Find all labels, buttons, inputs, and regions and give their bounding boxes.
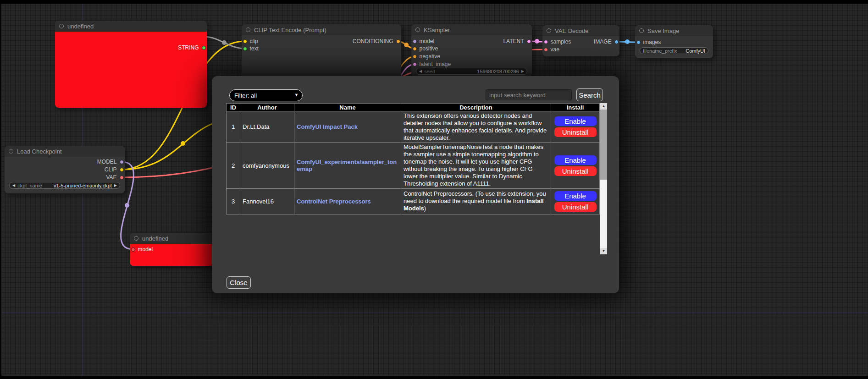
model-slot-dot[interactable] xyxy=(131,247,135,252)
input-slot-images[interactable]: images xyxy=(636,39,661,45)
node-clip-text-encode[interactable]: CLIP Text Encode (Prompt) clip text COND… xyxy=(242,24,401,79)
extension-link[interactable]: ComfyUI Impact Pack xyxy=(297,123,358,130)
input-slot-model[interactable]: model xyxy=(413,38,435,44)
cell-name: ComfyUI_experiments/sampler_tonemap xyxy=(294,143,401,188)
collapse-dot-icon[interactable] xyxy=(547,28,551,33)
model-slot-dot[interactable] xyxy=(413,39,417,44)
positive-slot-dot[interactable] xyxy=(413,47,417,51)
output-slot-model[interactable]: MODEL xyxy=(97,159,124,165)
filename-prefix-widget[interactable]: filename_prefix ComfyUI xyxy=(640,47,708,54)
node-vae-decode[interactable]: VAE Decode samples vae IMAGE xyxy=(542,25,619,56)
seed-widget[interactable]: ◀ seed 156680208700286 ▶ xyxy=(416,68,527,75)
output-slot-clip[interactable]: CLIP xyxy=(105,166,124,173)
input-slot-samples[interactable]: samples xyxy=(544,38,571,45)
samples-slot-dot[interactable] xyxy=(544,40,548,44)
extensions-table: ID Author Name Description Install 1 Dr.… xyxy=(226,103,600,214)
collapse-dot-icon[interactable] xyxy=(134,236,138,241)
seed-widget-label: seed xyxy=(424,69,435,74)
description-text: ControlNet Preprocessors. (To use this e… xyxy=(404,190,546,204)
node-body: images filename_prefix ComfyUI xyxy=(635,36,713,58)
node-titlebar[interactable]: undefined xyxy=(55,21,207,32)
node-title: Save Image xyxy=(647,27,679,34)
node-body: STRING xyxy=(55,32,207,108)
vae-slot-dot[interactable] xyxy=(120,176,124,180)
cell-id: 3 xyxy=(227,188,240,214)
node-undefined-bottom[interactable]: undefined model xyxy=(130,233,214,266)
node-body: samples vae IMAGE xyxy=(542,36,619,56)
node-titlebar[interactable]: KSampler xyxy=(411,24,532,35)
node-titlebar[interactable]: Save Image xyxy=(635,25,713,36)
node-ksampler[interactable]: KSampler model positive negative latent_… xyxy=(411,24,532,77)
image-slot-dot[interactable] xyxy=(614,40,619,44)
enable-button[interactable]: Enable xyxy=(554,155,597,165)
input-slot-clip[interactable]: clip xyxy=(243,38,258,44)
custom-nodes-manager-dialog: Filter: all ▼ Search ID Author Name Desc… xyxy=(212,76,619,293)
uninstall-button[interactable]: Uninstall xyxy=(554,127,597,137)
conditioning-slot-dot[interactable] xyxy=(396,39,400,44)
vae-slot-dot[interactable] xyxy=(544,48,548,52)
ckpt-increment-icon[interactable]: ▶ xyxy=(114,184,117,187)
table-scrollbar[interactable]: ▲ ▼ xyxy=(600,103,607,254)
cell-author: Fannovel16 xyxy=(240,188,294,214)
clip-slot-dot[interactable] xyxy=(120,168,124,172)
output-slot-image[interactable]: IMAGE xyxy=(594,38,619,45)
input-slot-model[interactable]: model xyxy=(131,246,153,253)
extension-link[interactable]: ControlNet Preprocessors xyxy=(297,198,371,205)
text-slot-dot[interactable] xyxy=(243,47,247,51)
seed-decrement-icon[interactable]: ◀ xyxy=(419,70,422,73)
search-input[interactable] xyxy=(486,89,572,100)
cell-install: Enable Uninstall xyxy=(551,143,600,188)
scroll-up-icon[interactable]: ▲ xyxy=(600,103,607,110)
ckpt-name-widget[interactable]: ◀ ckpt_name v1-5-pruned-emaonly.ckpt ▶ xyxy=(9,182,120,189)
images-slot-dot[interactable] xyxy=(636,40,641,44)
header-install: Install xyxy=(551,104,600,111)
scroll-down-icon[interactable]: ▼ xyxy=(600,248,607,254)
input-slot-text[interactable]: text xyxy=(243,45,259,52)
ckpt-decrement-icon[interactable]: ◀ xyxy=(12,184,15,187)
scrollbar-thumb[interactable] xyxy=(600,110,607,180)
uninstall-button[interactable]: Uninstall xyxy=(554,202,597,212)
node-title: Load Checkpoint xyxy=(17,148,62,155)
enable-button[interactable]: Enable xyxy=(554,191,597,201)
string-slot-dot[interactable] xyxy=(202,46,206,50)
collapse-dot-icon[interactable] xyxy=(9,149,13,154)
collapse-dot-icon[interactable] xyxy=(639,28,644,33)
window-edge-bottom xyxy=(0,376,868,379)
cell-description: ControlNet Preprocessors. (To use this e… xyxy=(401,188,551,214)
window-edge-left xyxy=(0,0,1,379)
collapse-dot-icon[interactable] xyxy=(415,27,420,32)
output-slot-string[interactable]: STRING xyxy=(178,44,205,51)
node-undefined-top[interactable]: undefined STRING xyxy=(55,21,207,108)
negative-slot-dot[interactable] xyxy=(413,55,417,59)
seed-increment-icon[interactable]: ▶ xyxy=(521,70,524,73)
node-titlebar[interactable]: CLIP Text Encode (Prompt) xyxy=(242,24,401,35)
header-id: ID xyxy=(227,104,240,111)
input-slot-vae[interactable]: vae xyxy=(544,46,559,53)
node-title: VAE Decode xyxy=(555,27,588,34)
output-slot-conditioning[interactable]: CONDITIONING xyxy=(353,38,400,44)
node-titlebar[interactable]: VAE Decode xyxy=(542,25,619,36)
node-titlebar[interactable]: undefined xyxy=(130,233,214,244)
input-slot-latent-image[interactable]: latent_image xyxy=(413,61,451,67)
filename-prefix-label: filename_prefix xyxy=(643,48,677,54)
input-slot-positive[interactable]: positive xyxy=(413,45,438,52)
node-save-image[interactable]: Save Image images filename_prefix ComfyU… xyxy=(635,25,713,58)
latent-slot-dot[interactable] xyxy=(527,39,531,44)
node-titlebar[interactable]: Load Checkpoint xyxy=(5,146,125,157)
close-button[interactable]: Close xyxy=(227,276,251,289)
output-slot-latent[interactable]: LATENT xyxy=(503,38,531,44)
latent-image-slot-dot[interactable] xyxy=(413,62,417,66)
collapse-dot-icon[interactable] xyxy=(246,27,250,32)
search-button[interactable]: Search xyxy=(576,88,603,101)
enable-button[interactable]: Enable xyxy=(554,116,597,126)
extension-link[interactable]: ComfyUI_experiments/sampler_tonemap xyxy=(297,159,397,172)
model-slot-dot[interactable] xyxy=(120,160,124,164)
description-text: ) xyxy=(424,205,426,212)
filter-select[interactable]: Filter: all xyxy=(229,89,303,101)
collapse-dot-icon[interactable] xyxy=(59,24,64,28)
uninstall-button[interactable]: Uninstall xyxy=(554,166,597,176)
input-slot-negative[interactable]: negative xyxy=(413,53,440,60)
output-slot-vae[interactable]: VAE xyxy=(106,174,123,181)
node-load-checkpoint[interactable]: Load Checkpoint MODEL CLIP VAE ◀ ckpt_na… xyxy=(5,146,125,193)
clip-slot-dot[interactable] xyxy=(243,39,247,44)
